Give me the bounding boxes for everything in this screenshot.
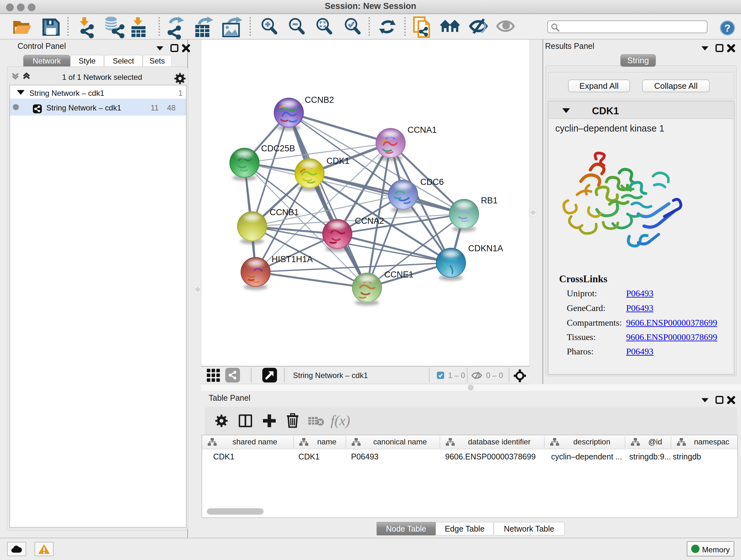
svg-text:RB1: RB1 (481, 196, 498, 205)
svg-text:CDK1: CDK1 (327, 156, 349, 166)
svg-text:CCNA1: CCNA1 (408, 125, 437, 135)
svg-text:CDC25B: CDC25B (261, 144, 295, 153)
svg-text:CDC6: CDC6 (420, 177, 444, 187)
svg-text:CCNA2: CCNA2 (355, 216, 384, 226)
svg-text:CCNB2: CCNB2 (305, 95, 334, 105)
svg-text:HIST1H1A: HIST1H1A (272, 254, 313, 264)
svg-text:CCNB1: CCNB1 (270, 207, 299, 217)
svg-text:CCNE1: CCNE1 (384, 270, 414, 279)
svg-text:CDKN1A: CDKN1A (468, 244, 503, 253)
